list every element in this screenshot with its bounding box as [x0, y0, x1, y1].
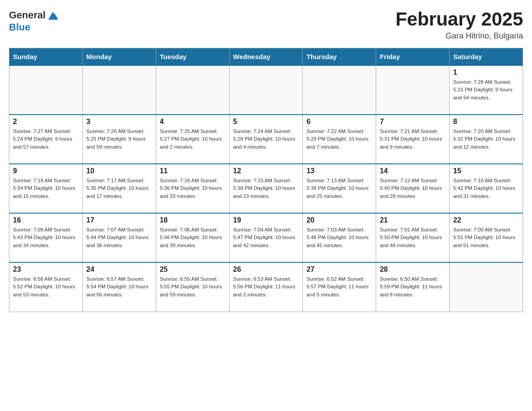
calendar-cell — [303, 65, 376, 115]
calendar-cell: 14Sunrise: 7:12 AM Sunset: 5:40 PM Dayli… — [376, 164, 450, 213]
calendar-cell: 16Sunrise: 7:09 AM Sunset: 5:43 PM Dayli… — [9, 213, 83, 262]
day-info: Sunrise: 7:28 AM Sunset: 5:23 PM Dayligh… — [453, 78, 519, 102]
logo-blue-text: Blue — [9, 21, 30, 33]
week-row-1: 1Sunrise: 7:28 AM Sunset: 5:23 PM Daylig… — [9, 65, 523, 115]
day-number: 13 — [306, 167, 372, 175]
header-tuesday: Tuesday — [156, 48, 229, 66]
header-monday: Monday — [82, 48, 156, 66]
header-sunday: Sunday — [9, 48, 83, 66]
calendar-cell — [229, 65, 303, 115]
calendar-cell: 11Sunrise: 7:16 AM Sunset: 5:36 PM Dayli… — [156, 164, 229, 213]
day-number: 22 — [453, 216, 519, 224]
calendar-cell: 17Sunrise: 7:07 AM Sunset: 5:44 PM Dayli… — [82, 213, 156, 262]
day-info: Sunrise: 7:20 AM Sunset: 5:32 PM Dayligh… — [453, 128, 519, 151]
calendar-cell: 10Sunrise: 7:17 AM Sunset: 5:35 PM Dayli… — [82, 164, 156, 213]
day-number: 14 — [380, 167, 446, 175]
calendar-cell — [82, 65, 156, 115]
day-number: 20 — [306, 216, 372, 224]
day-info: Sunrise: 7:04 AM Sunset: 5:47 PM Dayligh… — [233, 226, 299, 249]
week-row-3: 9Sunrise: 7:19 AM Sunset: 5:34 PM Daylig… — [9, 164, 523, 213]
logo-icon — [47, 9, 59, 21]
calendar-cell: 25Sunrise: 6:55 AM Sunset: 5:55 PM Dayli… — [156, 262, 229, 312]
day-number: 3 — [86, 118, 152, 126]
day-number: 2 — [13, 118, 79, 126]
calendar-cell — [156, 65, 229, 115]
day-number: 26 — [233, 265, 299, 274]
day-info: Sunrise: 7:26 AM Sunset: 5:25 PM Dayligh… — [86, 128, 152, 151]
calendar-cell: 23Sunrise: 6:58 AM Sunset: 5:52 PM Dayli… — [9, 262, 83, 312]
day-info: Sunrise: 7:00 AM Sunset: 5:51 PM Dayligh… — [453, 226, 519, 249]
day-info: Sunrise: 6:50 AM Sunset: 5:59 PM Dayligh… — [380, 275, 446, 299]
day-number: 10 — [86, 167, 152, 175]
day-number: 1 — [453, 68, 519, 77]
calendar-cell: 7Sunrise: 7:21 AM Sunset: 5:31 PM Daylig… — [376, 115, 450, 164]
header-friday: Friday — [376, 48, 450, 66]
day-info: Sunrise: 7:12 AM Sunset: 5:40 PM Dayligh… — [380, 177, 446, 200]
day-info: Sunrise: 6:55 AM Sunset: 5:55 PM Dayligh… — [160, 275, 226, 299]
day-number: 23 — [13, 265, 79, 274]
day-info: Sunrise: 6:57 AM Sunset: 5:54 PM Dayligh… — [86, 275, 152, 299]
location-subtitle: Gara Hitrino, Bulgaria — [395, 31, 523, 41]
day-info: Sunrise: 7:15 AM Sunset: 5:38 PM Dayligh… — [233, 177, 299, 200]
header-saturday: Saturday — [450, 48, 523, 66]
logo-general-text: General — [9, 9, 46, 21]
day-info: Sunrise: 7:27 AM Sunset: 5:24 PM Dayligh… — [13, 128, 79, 151]
week-row-5: 23Sunrise: 6:58 AM Sunset: 5:52 PM Dayli… — [9, 262, 523, 312]
calendar-cell: 26Sunrise: 6:53 AM Sunset: 5:56 PM Dayli… — [229, 262, 303, 312]
day-info: Sunrise: 7:22 AM Sunset: 5:29 PM Dayligh… — [306, 128, 372, 151]
day-number: 5 — [233, 118, 299, 126]
calendar-cell: 27Sunrise: 6:52 AM Sunset: 5:57 PM Dayli… — [303, 262, 376, 312]
calendar-cell: 18Sunrise: 7:06 AM Sunset: 5:46 PM Dayli… — [156, 213, 229, 262]
calendar-cell: 22Sunrise: 7:00 AM Sunset: 5:51 PM Dayli… — [450, 213, 523, 262]
day-number: 12 — [233, 167, 299, 175]
calendar-cell: 4Sunrise: 7:25 AM Sunset: 5:27 PM Daylig… — [156, 115, 229, 164]
day-number: 11 — [160, 167, 226, 175]
day-info: Sunrise: 7:03 AM Sunset: 5:48 PM Dayligh… — [306, 226, 372, 249]
day-number: 28 — [380, 265, 446, 274]
calendar-cell: 12Sunrise: 7:15 AM Sunset: 5:38 PM Dayli… — [229, 164, 303, 213]
calendar-cell: 1Sunrise: 7:28 AM Sunset: 5:23 PM Daylig… — [450, 65, 523, 115]
day-info: Sunrise: 6:53 AM Sunset: 5:56 PM Dayligh… — [233, 275, 299, 299]
day-info: Sunrise: 7:24 AM Sunset: 5:28 PM Dayligh… — [233, 128, 299, 151]
calendar-cell: 2Sunrise: 7:27 AM Sunset: 5:24 PM Daylig… — [9, 115, 83, 164]
page-header: General Blue February 2025 Gara Hitrino,… — [9, 9, 523, 41]
day-number: 6 — [306, 118, 372, 126]
calendar-cell — [450, 262, 523, 312]
logo: General Blue — [9, 9, 59, 33]
calendar-cell: 19Sunrise: 7:04 AM Sunset: 5:47 PM Dayli… — [229, 213, 303, 262]
calendar-cell: 15Sunrise: 7:10 AM Sunset: 5:42 PM Dayli… — [450, 164, 523, 213]
month-title: February 2025 — [395, 9, 523, 30]
day-info: Sunrise: 7:25 AM Sunset: 5:27 PM Dayligh… — [160, 128, 226, 151]
day-number: 24 — [86, 265, 152, 274]
day-info: Sunrise: 7:09 AM Sunset: 5:43 PM Dayligh… — [13, 226, 79, 249]
day-number: 8 — [453, 118, 519, 126]
day-number: 18 — [160, 216, 226, 224]
day-number: 21 — [380, 216, 446, 224]
calendar-cell: 8Sunrise: 7:20 AM Sunset: 5:32 PM Daylig… — [450, 115, 523, 164]
header-wednesday: Wednesday — [229, 48, 303, 66]
calendar-cell: 24Sunrise: 6:57 AM Sunset: 5:54 PM Dayli… — [82, 262, 156, 312]
day-info: Sunrise: 7:19 AM Sunset: 5:34 PM Dayligh… — [13, 177, 79, 200]
calendar-cell: 6Sunrise: 7:22 AM Sunset: 5:29 PM Daylig… — [303, 115, 376, 164]
day-info: Sunrise: 7:21 AM Sunset: 5:31 PM Dayligh… — [380, 128, 446, 151]
calendar-cell: 3Sunrise: 7:26 AM Sunset: 5:25 PM Daylig… — [82, 115, 156, 164]
calendar-cell: 28Sunrise: 6:50 AM Sunset: 5:59 PM Dayli… — [376, 262, 450, 312]
day-info: Sunrise: 6:58 AM Sunset: 5:52 PM Dayligh… — [13, 275, 79, 299]
calendar-cell: 9Sunrise: 7:19 AM Sunset: 5:34 PM Daylig… — [9, 164, 83, 213]
calendar-cell: 21Sunrise: 7:01 AM Sunset: 5:50 PM Dayli… — [376, 213, 450, 262]
calendar-cell: 20Sunrise: 7:03 AM Sunset: 5:48 PM Dayli… — [303, 213, 376, 262]
day-number: 9 — [13, 167, 79, 175]
day-info: Sunrise: 7:17 AM Sunset: 5:35 PM Dayligh… — [86, 177, 152, 200]
days-header-row: Sunday Monday Tuesday Wednesday Thursday… — [9, 48, 523, 66]
day-number: 15 — [453, 167, 519, 175]
day-info: Sunrise: 6:52 AM Sunset: 5:57 PM Dayligh… — [306, 275, 372, 299]
day-number: 27 — [306, 265, 372, 274]
day-info: Sunrise: 7:13 AM Sunset: 5:39 PM Dayligh… — [306, 177, 372, 200]
header-thursday: Thursday — [303, 48, 376, 66]
day-info: Sunrise: 7:10 AM Sunset: 5:42 PM Dayligh… — [453, 177, 519, 200]
calendar-cell: 5Sunrise: 7:24 AM Sunset: 5:28 PM Daylig… — [229, 115, 303, 164]
day-info: Sunrise: 7:01 AM Sunset: 5:50 PM Dayligh… — [380, 226, 446, 249]
day-number: 16 — [13, 216, 79, 224]
calendar-cell — [9, 65, 83, 115]
calendar-cell: 13Sunrise: 7:13 AM Sunset: 5:39 PM Dayli… — [303, 164, 376, 213]
